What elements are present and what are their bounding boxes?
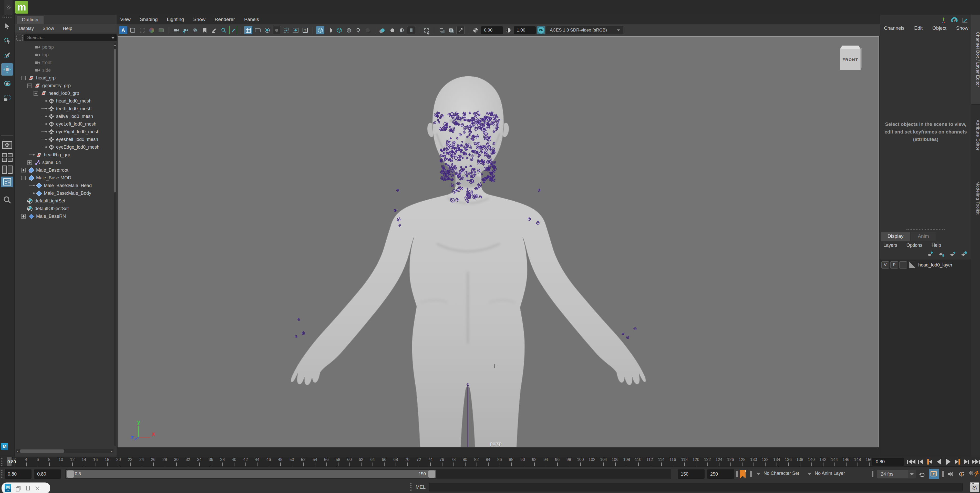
- character-set-dropdown-icon[interactable]: [756, 473, 760, 475]
- tree-row-top[interactable]: top: [14, 51, 114, 59]
- range-slider-track[interactable]: 0.8 150: [65, 469, 671, 479]
- range-start-handle[interactable]: [67, 471, 74, 478]
- tree-row-spine-04[interactable]: spine_04: [14, 159, 114, 166]
- splitter-handle[interactable]: [736, 471, 738, 477]
- scale-tool-button[interactable]: [1, 92, 13, 104]
- scroll-left-icon[interactable]: ◂: [17, 450, 18, 453]
- animation-start-field[interactable]: 0.80: [5, 469, 32, 479]
- speed-gauge-icon[interactable]: [951, 17, 958, 24]
- move-tool-button[interactable]: [1, 63, 13, 76]
- current-time-field[interactable]: 0.80: [872, 458, 904, 466]
- close-window-icon[interactable]: [35, 486, 40, 490]
- range-slider-drag-handle[interactable]: [1, 470, 3, 479]
- gate-mask-icon[interactable]: [273, 26, 281, 34]
- move-layer-down-icon[interactable]: [938, 251, 945, 258]
- expand-icon[interactable]: [21, 168, 25, 172]
- splitter-handle[interactable]: [942, 471, 944, 477]
- timeline-ruler[interactable]: 0.80 24681012141618202224262830323436384…: [7, 457, 870, 466]
- isolate-select-icon[interactable]: [422, 26, 430, 34]
- tree-row-male-basern[interactable]: Male_BaseRN: [14, 212, 114, 220]
- layer-row[interactable]: V P head_lod0_layer: [880, 260, 971, 269]
- layer-color-swatch[interactable]: [909, 262, 916, 268]
- tree-row-geometry-grp[interactable]: geometry_grp: [14, 82, 114, 89]
- film-gate-icon[interactable]: [254, 26, 262, 34]
- tree-row-headrig-grp[interactable]: headRig_grp: [14, 151, 114, 159]
- bookmarks-icon[interactable]: [200, 26, 209, 34]
- anim-layer-dropdown-icon[interactable]: [808, 473, 812, 475]
- camera-attributes-icon[interactable]: [191, 26, 199, 34]
- expand-icon[interactable]: [27, 161, 32, 165]
- viewport-menu-show[interactable]: Show: [193, 17, 205, 22]
- lasso-tool-button[interactable]: [1, 35, 13, 47]
- step-forward-frame-button[interactable]: [953, 458, 962, 466]
- gamma-field[interactable]: 1.00: [514, 26, 536, 34]
- dashed-select-icon[interactable]: [138, 26, 146, 34]
- step-forward-key-button[interactable]: [963, 458, 971, 466]
- frame-selection-icon[interactable]: [129, 26, 137, 34]
- channels-menu[interactable]: Channels: [884, 25, 904, 31]
- shadows-icon[interactable]: [364, 26, 372, 34]
- isolate-view-icon[interactable]: [456, 26, 465, 34]
- command-line-drag-handle[interactable]: [410, 483, 412, 491]
- textured-display-icon[interactable]: [335, 26, 343, 34]
- tree-row-front[interactable]: front: [14, 59, 114, 66]
- resolution-gate-icon[interactable]: [263, 26, 271, 34]
- outliner-panel-tab[interactable]: Outliner: [17, 16, 43, 24]
- four-view-layout-button[interactable]: [1, 152, 13, 163]
- single-pane-layout-button[interactable]: [1, 140, 13, 150]
- play-backwards-button[interactable]: [935, 458, 943, 466]
- loop-playback-icon[interactable]: [918, 471, 926, 477]
- add-bookmark-icon[interactable]: +: [745, 469, 747, 473]
- restore-window-icon[interactable]: [17, 486, 21, 490]
- image-plane-icon[interactable]: [157, 26, 165, 34]
- tree-row-saliva-lod0-mesh[interactable]: saliva_lod0_mesh: [14, 113, 114, 120]
- step-back-key-button[interactable]: [916, 458, 925, 466]
- zoom-tool-button[interactable]: [1, 194, 13, 205]
- ambient-occlusion-icon[interactable]: [379, 26, 387, 34]
- scrollbar-thumb[interactable]: [20, 449, 64, 453]
- range-end-handle[interactable]: [428, 471, 435, 478]
- auto-key-runner-icon[interactable]: [973, 470, 980, 477]
- layer-playback-toggle[interactable]: P: [890, 261, 898, 269]
- outliner-menu-help[interactable]: Help: [63, 26, 72, 31]
- playblast-button[interactable]: [929, 469, 939, 479]
- default-material-icon[interactable]: [326, 26, 334, 34]
- tree-row-male-base-head[interactable]: Male_Base:Male_Head: [14, 182, 114, 189]
- collapse-icon[interactable]: [21, 76, 25, 80]
- grid-toggle-icon[interactable]: [244, 26, 252, 34]
- search-dropdown-icon[interactable]: [111, 37, 115, 39]
- camera-lock-icon[interactable]: [181, 26, 190, 34]
- playback-end-field[interactable]: 150: [678, 469, 705, 479]
- toolbox-drag-handle[interactable]: [2, 16, 12, 18]
- tab-channel-box-layer-editor[interactable]: Channel Box / Layer Editor: [971, 14, 980, 104]
- viewport-menu-view[interactable]: View: [120, 17, 130, 22]
- object-menu[interactable]: Object: [932, 25, 947, 31]
- tree-row-persp[interactable]: persp: [14, 43, 114, 51]
- safe-title-icon[interactable]: T: [301, 26, 309, 34]
- outliner-menu-display[interactable]: Display: [19, 26, 34, 31]
- view-cube[interactable]: FRONT: [838, 45, 863, 73]
- outliner-persp-layout-button[interactable]: [1, 177, 13, 187]
- exposure-icon[interactable]: [471, 26, 480, 34]
- tree-row-defaultobjectset[interactable]: defaultObjectSet: [14, 205, 114, 212]
- paint-select-tool-button[interactable]: [1, 49, 13, 61]
- command-line-input[interactable]: [429, 483, 963, 491]
- tree-row-eyeleft-lod0-mesh[interactable]: eyeLeft_lod0_mesh: [14, 120, 114, 128]
- tab-display[interactable]: Display: [881, 232, 910, 241]
- anti-alias-icon[interactable]: [388, 26, 396, 34]
- go-to-end-button[interactable]: [972, 458, 980, 466]
- collapse-icon[interactable]: [33, 91, 38, 95]
- color-wheel-icon[interactable]: [148, 26, 156, 34]
- outliner-menu-show[interactable]: Show: [43, 26, 54, 31]
- tree-row-teeth-lod0-mesh[interactable]: teeth_lod0_mesh: [14, 105, 114, 113]
- outliner-vertical-scrollbar[interactable]: [114, 43, 116, 446]
- settings-gear-button[interactable]: [4, 0, 13, 14]
- go-to-start-button[interactable]: [907, 458, 916, 466]
- edit-menu[interactable]: Edit: [914, 25, 923, 31]
- expand-icon[interactable]: [21, 214, 25, 219]
- layer-one-icon[interactable]: [438, 26, 445, 34]
- 3d-viewport[interactable]: FRONT persp y x z: [118, 36, 879, 447]
- tree-row-head-lod0-grp[interactable]: head_lod0_grp: [14, 89, 114, 97]
- step-back-frame-button[interactable]: [926, 458, 934, 466]
- tree-row-male-base-mod[interactable]: Male_Base:MOD: [14, 174, 114, 182]
